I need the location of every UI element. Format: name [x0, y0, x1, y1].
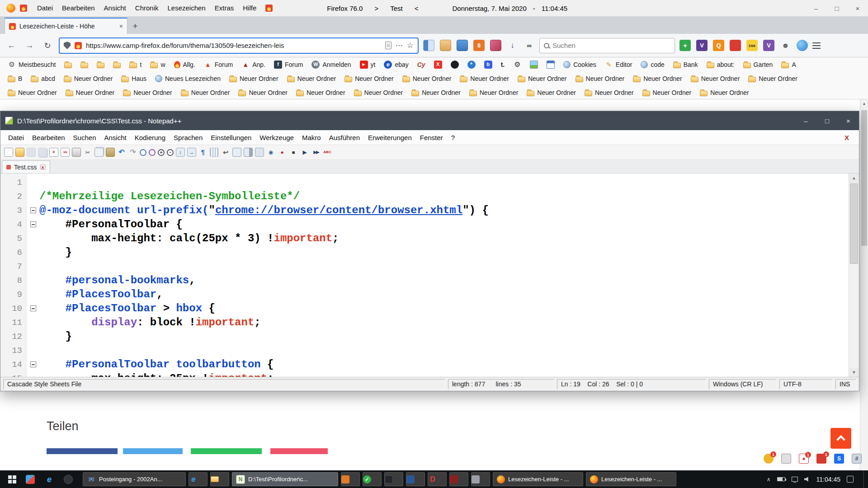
fold-marker-icon[interactable] [30, 361, 36, 367]
bookmark-item[interactable]: ▲ Forum [203, 59, 234, 70]
code-line[interactable]: 15 max-height: 25px !important; [0, 371, 848, 377]
zoom-in-icon[interactable]: + [158, 149, 165, 156]
bookmark-item[interactable]: Neuer Ordner [64, 87, 116, 98]
replace-icon[interactable] [149, 149, 156, 156]
tab-close-icon[interactable]: x [40, 164, 46, 170]
show-all-chars-icon[interactable]: ¶ [198, 148, 208, 157]
code-line[interactable]: 8 #personal-bookmarks, [0, 273, 848, 287]
grid-menu-icon[interactable]: # [852, 454, 862, 464]
bookmark-item[interactable]: Neuer Ordner [689, 73, 741, 84]
paste-icon[interactable] [106, 148, 115, 157]
red-addon-icon[interactable] [730, 40, 741, 51]
cut-icon[interactable]: ✂ [83, 148, 92, 157]
keyboard-icon[interactable] [781, 454, 791, 464]
sync-scroll-v-icon[interactable]: ↕ [176, 148, 185, 157]
bookmark-item[interactable]: Bank [672, 59, 699, 70]
start-button[interactable] [0, 470, 24, 488]
bookmark-item[interactable]: ▲ Anp. [240, 59, 267, 70]
record-macro-icon[interactable]: ● [278, 148, 287, 157]
bookmark-item[interactable]: ⚙ Meistbesucht [6, 59, 57, 70]
code-editor[interactable]: 1 2 /*Mehrzeilige Lesezeichen-Symbolleis… [0, 174, 859, 377]
clock-reminder-icon[interactable]: 1 [764, 454, 774, 464]
code-line[interactable]: 4 #PersonalToolbar { [0, 217, 848, 231]
bookmark-item[interactable]: f Forum [273, 59, 304, 70]
v-addon-icon[interactable]: V [696, 40, 708, 51]
blue-folder-icon[interactable] [457, 40, 468, 51]
bookmark-item[interactable]: ✎ Editor [604, 59, 634, 70]
document-tab[interactable]: Test.css x [2, 160, 50, 173]
copy-icon[interactable] [94, 148, 104, 157]
back-button[interactable]: ← [5, 39, 18, 52]
bookmark-item[interactable]: Neuer Ordner [574, 73, 626, 84]
run-macro-multi-icon[interactable]: ▶▶ [311, 148, 321, 157]
window-control-button[interactable]: □ [816, 111, 838, 130]
play-macro-icon[interactable]: ▶ [300, 148, 309, 157]
menu-item[interactable]: Fenster [416, 134, 447, 141]
spell-check-icon[interactable]: ABC [323, 148, 332, 157]
download-icon[interactable]: ↓ [507, 40, 518, 51]
menu-item[interactable]: Lesezeichen [163, 0, 210, 16]
bookmark-item[interactable]: Neuer Ordner [228, 73, 280, 84]
s-app-icon[interactable]: S [834, 454, 844, 464]
bookmark-item[interactable]: Neuer Ordner [343, 73, 395, 84]
notes-icon[interactable] [440, 40, 451, 51]
tray-expand-icon[interactable]: ∧ [767, 476, 771, 483]
bookmark-item[interactable]: Neuer Ordner [458, 73, 510, 84]
zoom-out-icon[interactable]: - [167, 149, 174, 156]
update-badge-icon[interactable]: ● 1 [799, 454, 809, 464]
bookmark-item[interactable]: X [433, 59, 443, 70]
search-bar[interactable] [539, 38, 675, 53]
brush-icon[interactable] [490, 40, 501, 51]
bookmark-item[interactable] [79, 59, 90, 70]
action-center-icon[interactable] [847, 476, 854, 483]
network-icon[interactable] [792, 477, 798, 482]
bookmark-item[interactable]: Garten [742, 59, 774, 70]
scrollbar-up-icon[interactable]: ▲ [849, 174, 859, 183]
code-line[interactable]: 12 } [0, 329, 848, 343]
globe-addon-icon[interactable] [797, 40, 808, 51]
bookmark-item[interactable] [112, 59, 122, 70]
sidebar-panel-icon[interactable] [423, 40, 434, 51]
bookmark-item[interactable]: code [639, 59, 665, 70]
pinned-app-icon[interactable] [26, 472, 42, 486]
code-line[interactable]: 3 @-moz-document url-prefix("chrome://br… [0, 203, 848, 217]
bookmark-item[interactable]: Neuer Ordner [632, 73, 684, 84]
bookmark-item[interactable]: Neuer Ordner [525, 87, 577, 98]
taskbar-clock[interactable]: 11:04:45 [816, 476, 840, 483]
menu-item[interactable]: Extras [210, 0, 239, 16]
undo-icon[interactable]: ↶ [117, 148, 126, 157]
redo-icon[interactable]: ↷ [128, 148, 137, 157]
scrollbar-up-icon[interactable]: ▲ [860, 99, 868, 108]
bookmark-item[interactable] [63, 59, 73, 70]
bookmark-item[interactable]: Neues Lesezeichen [154, 73, 222, 84]
sync-scroll-h-icon[interactable]: ↔ [187, 148, 196, 157]
stop-macro-icon[interactable]: ■ [289, 148, 298, 157]
close-doc-icon[interactable]: × [49, 148, 58, 157]
bookmark-item[interactable]: Cookies [562, 59, 598, 70]
window-control-button[interactable]: – [795, 111, 816, 130]
taskbar-notepadpp-window[interactable]: N D:\Test\Profilordner\c... [232, 472, 338, 486]
scrollbar-down-icon[interactable]: ▼ [849, 368, 859, 377]
forward-button[interactable]: → [23, 39, 36, 52]
bookmark-item[interactable]: A [780, 59, 797, 70]
function-list-icon[interactable] [232, 148, 241, 157]
window-control-button[interactable]: × [847, 0, 868, 16]
url-text[interactable]: https://www.camp-firefox.de/forum/thema/… [86, 42, 381, 49]
bookmark-item[interactable]: Neuer Ordner [286, 73, 338, 84]
taskbar-gray-app[interactable] [471, 472, 490, 486]
bookmark-item[interactable]: Neuer Ordner [353, 87, 405, 98]
bookmark-item[interactable]: Neuer Ordner [698, 87, 750, 98]
bookmark-item[interactable]: Neuer Ordner [410, 87, 462, 98]
encoding-status[interactable]: UTF-8 [779, 379, 833, 389]
scrollbar-thumb[interactable] [861, 110, 867, 246]
bookmark-item[interactable]: * [466, 59, 477, 70]
bookmark-item[interactable]: B [6, 73, 24, 84]
indent-guide-icon[interactable] [210, 148, 219, 157]
bookmark-item[interactable]: Neuer Ordner [179, 87, 231, 98]
taskbar-firefox-window-2[interactable]: Lesezeichen-Leiste - ... [586, 472, 676, 486]
bookmark-item[interactable] [449, 59, 460, 70]
save-all-icon[interactable] [38, 148, 47, 157]
menu-item[interactable]: ? [447, 134, 459, 141]
window-control-button[interactable]: □ [826, 0, 847, 16]
green-addon-icon[interactable]: + [679, 40, 691, 51]
